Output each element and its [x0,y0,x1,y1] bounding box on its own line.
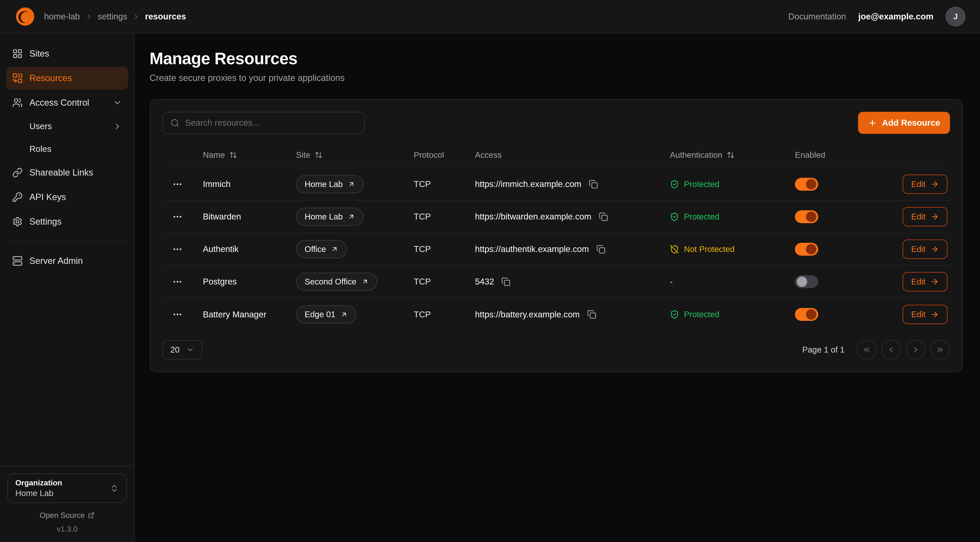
column-header-enabled: Enabled [795,150,886,160]
previous-page-button[interactable] [881,340,901,360]
server-icon [12,256,23,266]
resource-name: Authentik [203,244,296,254]
table-row: Authentik Office TCP https://authentik.e… [162,233,950,266]
page-size-select[interactable]: 20 [162,340,202,360]
sidebar-item-roles[interactable]: Roles [6,139,128,159]
resource-protocol: TCP [414,244,475,254]
user-email[interactable]: joe@example.com [858,12,934,21]
pangolin-logo-icon [15,6,35,27]
search-input[interactable] [185,118,357,128]
edit-button[interactable]: Edit [902,239,948,259]
resource-access: 5432 [475,276,670,287]
sidebar-divider [7,241,127,242]
search-box [162,112,365,134]
site-link[interactable]: Office [296,240,347,258]
users-icon [12,97,23,108]
enabled-toggle[interactable] [795,178,818,191]
edit-button[interactable]: Edit [902,207,948,226]
enabled-toggle[interactable] [795,275,818,288]
auth-status: Protected [670,179,795,189]
sidebar-item-label: Resources [29,73,72,83]
column-header-protocol: Protocol [414,150,475,160]
enabled-toggle[interactable] [795,210,818,223]
sort-icon [315,151,323,159]
breadcrumb-settings[interactable]: settings [98,12,127,21]
row-actions-button[interactable] [170,177,185,192]
grid-icon [12,48,23,59]
search-icon [170,118,180,128]
avatar-initial: J [953,12,958,21]
shield-off-icon [670,245,679,254]
app-logo[interactable] [15,6,35,27]
arrow-up-right-icon [331,245,338,253]
table-body: Immich Home Lab TCP https://immich.examp… [162,168,950,331]
site-link[interactable]: Second Office [296,273,377,291]
toggle-thumb [806,244,816,255]
first-page-button[interactable] [857,340,877,360]
arrow-right-icon [931,180,939,188]
documentation-link[interactable]: Documentation [788,12,846,21]
sidebar-item-settings[interactable]: Settings [6,210,128,233]
sidebar-nav: Sites Resources Access Control Users Rol… [6,42,128,272]
resource-access: https://battery.example.com [475,309,670,320]
row-actions-button[interactable] [170,307,185,322]
sidebar-item-shareable-links[interactable]: Shareable Links [6,161,128,184]
copy-button[interactable] [586,309,598,320]
breadcrumb-org[interactable]: home-lab [44,12,80,21]
arrow-right-icon [931,212,939,221]
row-actions-button[interactable] [170,242,185,257]
enabled-toggle[interactable] [795,308,818,321]
copy-button[interactable] [598,211,609,223]
sidebar: Sites Resources Access Control Users Rol… [0,34,135,542]
last-page-button[interactable] [931,340,950,360]
sidebar-item-label: Access Control [29,98,89,108]
edit-button[interactable]: Edit [902,305,948,324]
sidebar-item-label: Users [29,121,52,131]
avatar[interactable]: J [946,7,965,26]
chevrons-up-down-icon [110,484,119,493]
site-link[interactable]: Home Lab [296,175,364,193]
gear-icon [12,217,23,227]
row-actions-button[interactable] [170,209,185,225]
enabled-toggle[interactable] [795,243,818,256]
edit-button[interactable]: Edit [902,272,948,292]
toggle-thumb [806,179,816,190]
site-link[interactable]: Home Lab [296,208,364,226]
add-resource-button[interactable]: Add Resource [858,112,950,134]
table-footer: 20 Page 1 of 1 [162,340,950,360]
ellipsis-icon [172,244,183,255]
organization-label: Organization [15,478,62,487]
organization-select[interactable]: Organization Home Lab [7,473,127,503]
sidebar-item-users[interactable]: Users [6,116,128,137]
open-source-link[interactable]: Open Source [7,511,127,520]
copy-button[interactable] [500,276,512,287]
sidebar-item-access-control[interactable]: Access Control [6,91,128,114]
copy-button[interactable] [595,244,607,255]
edit-button[interactable]: Edit [902,175,948,194]
table-header-row: Name Site Protocol Access Authenticati [162,142,950,168]
plus-icon [868,118,877,128]
column-header-site[interactable]: Site [296,150,414,160]
sidebar-footer: Organization Home Lab Open Source v1.3.0 [0,465,134,535]
chevron-right-icon [85,13,93,21]
row-actions-button[interactable] [170,274,185,289]
column-header-name[interactable]: Name [203,150,296,160]
sidebar-item-sites[interactable]: Sites [6,42,128,65]
site-link[interactable]: Edge 01 [296,305,356,324]
auth-status: Protected [670,212,795,222]
resource-protocol: TCP [414,277,475,287]
sidebar-item-resources[interactable]: Resources [6,67,128,89]
sort-icon [229,151,237,159]
add-resource-label: Add Resource [882,118,940,128]
next-page-button[interactable] [906,340,926,360]
resource-access: https://immich.example.com [475,179,670,190]
column-header-access: Access [475,150,670,160]
column-header-authentication[interactable]: Authentication [670,150,795,160]
copy-button[interactable] [587,179,599,190]
sidebar-item-server-admin[interactable]: Server Admin [6,250,128,272]
sidebar-item-label: Server Admin [29,256,83,266]
sidebar-item-api-keys[interactable]: API Keys [6,186,128,209]
auth-status: - [670,277,795,287]
copy-icon [599,212,608,222]
ellipsis-icon [172,179,183,190]
